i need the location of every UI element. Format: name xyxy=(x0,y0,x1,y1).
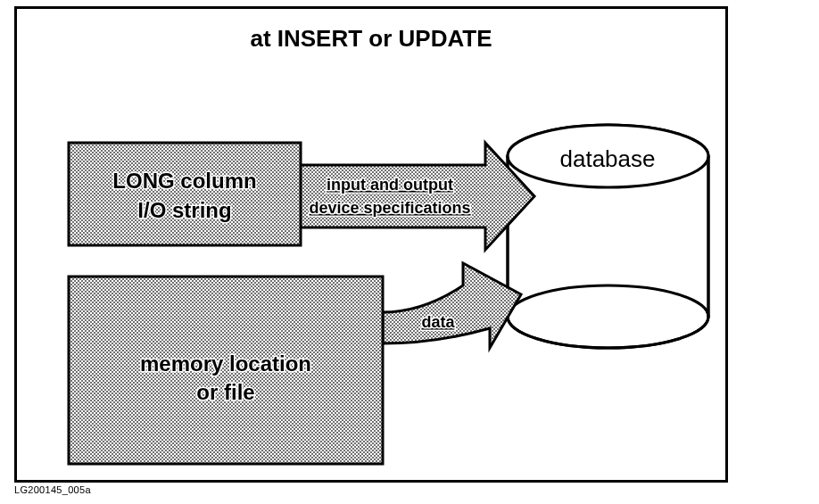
svg-marker-11 xyxy=(295,143,534,250)
diagram-canvas: database input and output device specifi… xyxy=(17,9,731,485)
database-cylinder: database xyxy=(508,125,708,348)
arrow-data-label: data xyxy=(421,313,455,331)
arrow-data: data xyxy=(383,263,521,348)
arrow-spec-label-line1: input and output xyxy=(327,176,453,194)
arrow-spec-label-line2: device specifications xyxy=(309,199,470,217)
box-memory-line2: or file xyxy=(196,380,254,404)
figure-id: LG200145_005a xyxy=(14,484,91,495)
box-long-column-line2: I/O string xyxy=(137,198,231,222)
box-memory: memory location or file xyxy=(69,277,383,464)
box-long-column-line1: LONG column xyxy=(112,169,256,193)
database-label: database xyxy=(560,145,656,172)
arrow-spec: input and output device specifications xyxy=(295,143,534,250)
diagram-frame: at INSERT or UPDATE database xyxy=(14,6,728,483)
svg-rect-12 xyxy=(69,143,301,245)
box-memory-line1: memory location xyxy=(140,351,311,376)
box-long-column: LONG column I/O string xyxy=(69,143,301,245)
